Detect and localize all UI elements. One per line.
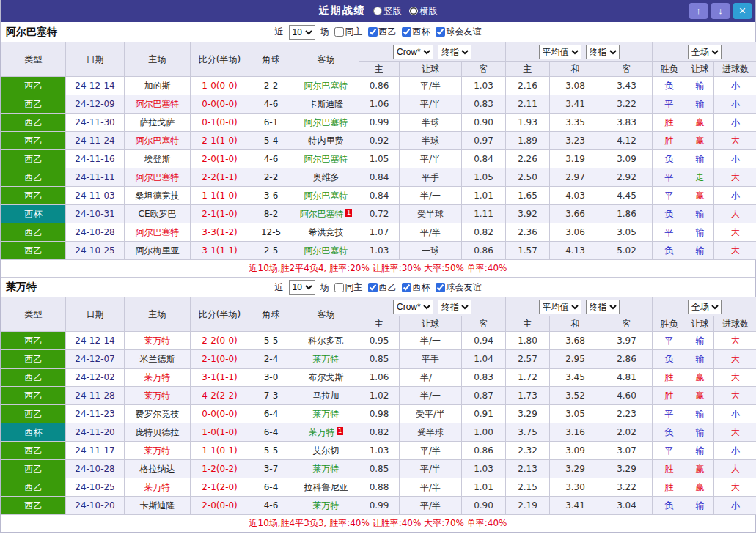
col-header: 类型: [1, 297, 66, 332]
average-select[interactable]: 平均值: [539, 45, 581, 59]
odds-cell: 0.91: [462, 405, 506, 423]
close-icon[interactable]: ×: [733, 3, 752, 19]
home-team-name[interactable]: 庞特贝德拉: [136, 427, 180, 437]
vertical-radio[interactable]: [373, 7, 382, 15]
filter-checkbox-friendly[interactable]: 球会友谊: [436, 281, 482, 294]
scope-select[interactable]: 全场: [688, 300, 722, 314]
scope-select[interactable]: 全场: [688, 45, 722, 59]
away-team-name[interactable]: 马拉加: [313, 390, 340, 401]
home-team-name[interactable]: 莱万特: [144, 390, 171, 401]
away-team-name[interactable]: 希洪竞技: [309, 227, 344, 237]
checkbox-same-home[interactable]: [334, 27, 344, 37]
away-team-name[interactable]: 特内里费: [309, 136, 344, 146]
odds-stage-select[interactable]: 终指: [438, 300, 471, 314]
score-cell: 1-1(0-1): [191, 442, 249, 460]
filter-matches-label: 场: [320, 26, 329, 38]
away-team-name[interactable]: 莱万特: [313, 354, 340, 364]
scroll-up-button[interactable]: ↑: [689, 3, 708, 19]
average-stage-select[interactable]: 终指: [586, 45, 620, 59]
layout-option-horizontal[interactable]: 横版: [409, 5, 438, 18]
result-cell: 胜: [653, 478, 686, 497]
checkbox-liga2[interactable]: [368, 27, 378, 37]
col-subheader: 主: [506, 316, 550, 332]
match-count-select[interactable]: 10: [289, 280, 315, 295]
odds-provider-select[interactable]: Crow*: [393, 300, 433, 314]
odds-stage-select[interactable]: 终指: [438, 45, 471, 59]
odds-cell: 0.84: [359, 187, 400, 205]
home-team-name[interactable]: 费罗尔竞技: [136, 409, 180, 419]
away-team-name[interactable]: 科尔多瓦: [309, 336, 344, 346]
home-team-name[interactable]: 莱万特: [144, 372, 171, 382]
home-team-name[interactable]: 埃登斯: [144, 154, 171, 164]
home-team-name[interactable]: 阿尔巴塞特: [136, 99, 180, 109]
odds-cell: 2.92: [601, 168, 653, 187]
col-subheader: 和: [550, 316, 601, 332]
filter-checkbox-friendly[interactable]: 球会友谊: [436, 26, 482, 38]
home-team-name[interactable]: 阿尔巴塞特: [136, 172, 180, 182]
home-team-name[interactable]: CE欧罗巴: [139, 209, 177, 219]
goals-cell: 小: [714, 95, 756, 114]
filter-checkbox-cup[interactable]: 西杯: [402, 26, 430, 38]
away-team-name[interactable]: 卡斯迪隆: [309, 99, 344, 109]
home-team-name[interactable]: 阿尔巴塞特: [136, 227, 180, 237]
filter-checkbox-cup[interactable]: 西杯: [402, 281, 430, 294]
goals-cell: 大: [714, 242, 756, 260]
home-team-name[interactable]: 卡斯迪隆: [140, 500, 175, 511]
horizontal-radio[interactable]: [409, 7, 418, 15]
away-team-name[interactable]: 拉科鲁尼亚: [304, 482, 348, 492]
handicap-result-cell: 赢: [686, 369, 714, 387]
away-team-name[interactable]: 艾尔切: [313, 445, 340, 456]
col-header: 角球: [249, 297, 293, 332]
checkbox-liga2[interactable]: [368, 283, 378, 292]
home-team-name[interactable]: 加的斯: [144, 81, 171, 91]
filter-bar: 近10场同主西乙西杯球会友谊: [275, 25, 482, 40]
scroll-down-button[interactable]: ↓: [711, 3, 730, 19]
checkbox-cup[interactable]: [402, 27, 411, 37]
home-team-name[interactable]: 米兰德斯: [140, 354, 175, 364]
home-team-name[interactable]: 莱万特: [144, 482, 171, 492]
away-team-name[interactable]: 阿尔巴塞特: [304, 117, 348, 127]
away-team-name[interactable]: 莱万特: [313, 464, 340, 474]
away-team-name[interactable]: 阿尔巴塞特: [304, 245, 348, 256]
result-cell: 胜: [653, 114, 686, 132]
corner-cell: 4-6: [249, 95, 293, 114]
odds-cell: 3.66: [550, 205, 601, 223]
match-count-select[interactable]: 10: [289, 25, 315, 40]
odds-cell: 1.05: [462, 168, 506, 187]
odds-cell: 3.29: [506, 405, 550, 423]
odds-provider-select[interactable]: Crow*: [393, 45, 433, 59]
odds-cell: 1.86: [601, 205, 653, 223]
away-team-name[interactable]: 莱万特: [313, 500, 340, 511]
away-team-name[interactable]: 奥维多: [313, 172, 340, 182]
away-team-name[interactable]: 阿尔巴塞特: [304, 154, 348, 164]
away-team-name[interactable]: 阿尔巴塞特: [304, 81, 348, 91]
home-team-name[interactable]: 莱万特: [144, 445, 171, 456]
checkbox-friendly[interactable]: [436, 283, 445, 292]
odds-cell: 0.92: [359, 132, 400, 150]
layout-option-vertical[interactable]: 竖版: [373, 5, 402, 18]
filter-checkbox-same-home[interactable]: 同主: [334, 281, 363, 294]
home-team-name[interactable]: 阿尔巴塞特: [136, 136, 180, 146]
home-team-name[interactable]: 桑坦德竞技: [136, 190, 180, 201]
away-team-name[interactable]: 莱万特: [309, 427, 335, 437]
filter-checkbox-liga2[interactable]: 西乙: [368, 26, 397, 38]
checkbox-cup[interactable]: [402, 283, 411, 292]
goals-cell: 大: [714, 223, 756, 242]
away-team-name[interactable]: 布尔戈斯: [309, 372, 344, 382]
away-team-name[interactable]: 莱万特: [313, 409, 340, 419]
average-stage-select[interactable]: 终指: [586, 300, 620, 314]
corner-cell: 2-4: [249, 350, 293, 369]
away-team-name[interactable]: 阿尔巴塞特: [300, 209, 344, 219]
home-team-name[interactable]: 阿尔梅里亚: [136, 245, 180, 256]
checkbox-same-home[interactable]: [334, 283, 344, 292]
checkbox-friendly[interactable]: [436, 27, 445, 37]
away-team-name[interactable]: 阿尔巴塞特: [304, 190, 348, 201]
filter-checkbox-same-home[interactable]: 同主: [334, 26, 363, 38]
col-subheader: 让球: [400, 62, 462, 77]
filter-checkbox-liga2[interactable]: 西乙: [368, 281, 397, 294]
odds-cell: 2.86: [601, 350, 653, 369]
home-team-name[interactable]: 格拉纳达: [140, 464, 175, 474]
average-select[interactable]: 平均值: [539, 300, 581, 314]
home-team-name[interactable]: 萨拉戈萨: [140, 117, 175, 127]
home-team-name[interactable]: 莱万特: [144, 336, 171, 346]
